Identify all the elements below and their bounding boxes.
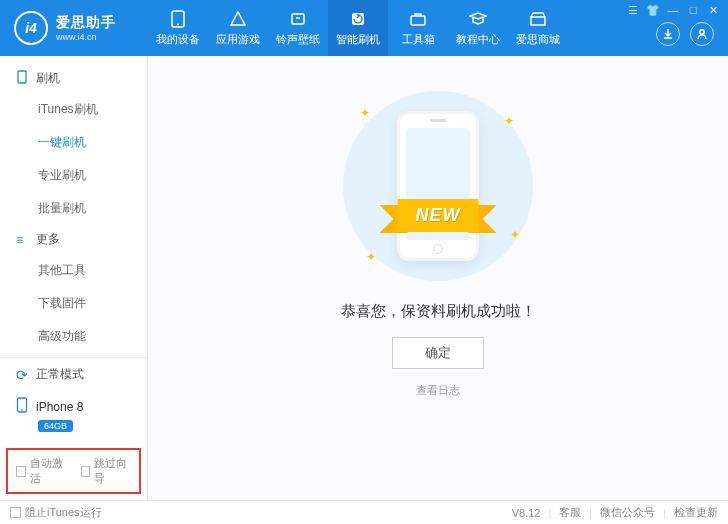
window-controls: ☰ 👕 — □ ✕: [626, 4, 720, 17]
nav-ringtones[interactable]: 铃声壁纸: [268, 0, 328, 56]
user-icon[interactable]: [690, 22, 714, 46]
sidebar-item-pro-flash[interactable]: 专业刷机: [0, 159, 147, 192]
svg-rect-4: [411, 16, 425, 25]
sidebar-item-oneclick-flash[interactable]: 一键刷机: [0, 126, 147, 159]
storage-badge: 64GB: [38, 420, 73, 432]
toolbox-icon: [409, 10, 427, 28]
wechat-link[interactable]: 微信公众号: [600, 505, 655, 520]
phone-graphic: [397, 111, 479, 261]
phone-icon: [16, 397, 28, 416]
sidebar-item-itunes-flash[interactable]: iTunes刷机: [0, 93, 147, 126]
footer: 阻止iTunes运行 V8.12 | 客服 | 微信公众号 | 检查更新: [0, 500, 728, 524]
header: i4 爱思助手 www.i4.cn 我的设备 应用游戏 铃声壁纸 智能刷机 工具…: [0, 0, 728, 56]
success-message: 恭喜您，保资料刷机成功啦！: [341, 302, 536, 321]
logo[interactable]: i4 爱思助手 www.i4.cn: [0, 11, 148, 45]
svg-point-6: [700, 30, 704, 34]
device-mode[interactable]: ⟳ 正常模式: [0, 358, 147, 391]
sidebar-group-more[interactable]: ≡ 更多: [0, 225, 147, 254]
nav-my-device[interactable]: 我的设备: [148, 0, 208, 56]
skin-icon[interactable]: 👕: [646, 4, 660, 17]
close-icon[interactable]: ✕: [706, 4, 720, 17]
sidebar-item-advanced[interactable]: 高级功能: [0, 320, 147, 353]
flash-icon: [349, 10, 367, 28]
sidebar-item-batch-flash[interactable]: 批量刷机: [0, 192, 147, 225]
download-icon[interactable]: [656, 22, 680, 46]
nav-apps[interactable]: 应用游戏: [208, 0, 268, 56]
settings-icon[interactable]: ☰: [626, 4, 640, 17]
tutorial-icon: [469, 10, 487, 28]
version-label: V8.12: [512, 507, 541, 519]
list-icon: [16, 70, 30, 87]
svg-rect-7: [18, 71, 26, 83]
nav-flash[interactable]: 智能刷机: [328, 0, 388, 56]
options-highlight: 自动激活 跳过向导: [6, 448, 141, 494]
svg-rect-2: [292, 14, 304, 24]
check-update-link[interactable]: 检查更新: [674, 505, 718, 520]
maximize-icon[interactable]: □: [686, 4, 700, 17]
skip-guide-checkbox[interactable]: 跳过向导: [81, 456, 132, 486]
customer-service-link[interactable]: 客服: [559, 505, 581, 520]
sidebar-item-download-fw[interactable]: 下载固件: [0, 287, 147, 320]
block-itunes-checkbox[interactable]: 阻止iTunes运行: [10, 505, 102, 520]
ringtone-icon: [289, 10, 307, 28]
store-icon: [529, 10, 547, 28]
header-actions: [656, 22, 714, 46]
ok-button[interactable]: 确定: [392, 337, 484, 369]
top-nav: 我的设备 应用游戏 铃声壁纸 智能刷机 工具箱 教程中心 爱思商城: [148, 0, 568, 56]
auto-activate-checkbox[interactable]: 自动激活: [16, 456, 67, 486]
nav-tutorials[interactable]: 教程中心: [448, 0, 508, 56]
view-log-link[interactable]: 查看日志: [416, 383, 460, 398]
success-illustration: ✦✦✦✦ NEW: [338, 86, 538, 286]
device-name: iPhone 8: [36, 400, 83, 414]
device-info[interactable]: iPhone 8 64GB: [0, 391, 147, 442]
svg-point-9: [21, 409, 23, 411]
sidebar: 刷机 iTunes刷机 一键刷机 专业刷机 批量刷机 ≡ 更多 其他工具 下载固…: [0, 56, 148, 500]
apps-icon: [229, 10, 247, 28]
logo-text: 爱思助手 www.i4.cn: [56, 14, 116, 42]
device-icon: [169, 10, 187, 28]
sidebar-group-flash[interactable]: 刷机: [0, 64, 147, 93]
svg-point-1: [177, 23, 179, 25]
nav-store[interactable]: 爱思商城: [508, 0, 568, 56]
more-icon: ≡: [16, 233, 30, 247]
minimize-icon[interactable]: —: [666, 4, 680, 17]
nav-toolbox[interactable]: 工具箱: [388, 0, 448, 56]
main-panel: ✦✦✦✦ NEW 恭喜您，保资料刷机成功啦！ 确定 查看日志: [148, 56, 728, 500]
sidebar-item-other-tools[interactable]: 其他工具: [0, 254, 147, 287]
logo-icon: i4: [14, 11, 48, 45]
svg-rect-5: [531, 17, 545, 25]
refresh-icon: ⟳: [16, 367, 28, 383]
new-ribbon: NEW: [398, 199, 479, 232]
